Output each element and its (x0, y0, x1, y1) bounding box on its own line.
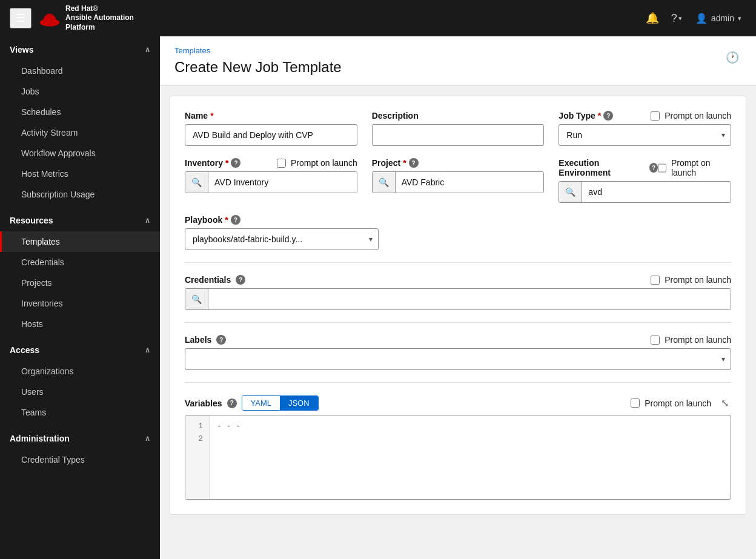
credentials-header: Credentials ? Prompt on launch (185, 275, 731, 285)
inventory-prompt-checkbox[interactable]: Prompt on launch (277, 158, 357, 168)
exec-env-help-icon[interactable]: ? (649, 163, 658, 173)
credentials-prompt-checkbox[interactable]: Prompt on launch (651, 275, 731, 285)
history-button[interactable]: 🕐 (723, 48, 741, 67)
sidebar-section-header-administration[interactable]: Administration ∧ (0, 428, 160, 449)
job-type-help-icon[interactable]: ? (603, 111, 613, 121)
labels-select-wrapper: ▾ (185, 348, 731, 370)
labels-prompt-checkbox[interactable]: Prompt on launch (651, 335, 731, 345)
sidebar-item-host-metrics[interactable]: Host Metrics (0, 164, 160, 184)
inventory-search-wrapper: 🔍 (185, 171, 357, 193)
sidebar-item-teams[interactable]: Teams (0, 402, 160, 423)
brand-product: Ansible AutomationPlatform (65, 13, 134, 32)
variables-header: Variables ? YAML JSON Prompt on launch (185, 395, 731, 411)
exec-env-prompt-input[interactable] (658, 164, 666, 173)
user-menu[interactable]: 👤 admin ▾ (691, 9, 746, 28)
sidebar-item-users[interactable]: Users (0, 382, 160, 402)
labels-row: Labels ? Prompt on launch ▾ (185, 335, 731, 370)
variables-prompt-checkbox[interactable]: Prompt on launch (631, 399, 711, 408)
job-type-required: * (598, 111, 601, 121)
sidebar-section-header-resources[interactable]: Resources ∧ (0, 210, 160, 231)
sidebar: Views ∧ Dashboard Jobs Schedules Activit… (0, 36, 160, 559)
variables-label-group: Variables ? YAML JSON (185, 395, 319, 411)
description-input[interactable] (372, 124, 545, 146)
inventory-label: Inventory * ? (185, 158, 240, 168)
sidebar-item-credentials[interactable]: Credentials (0, 252, 160, 273)
variables-prompt-input[interactable] (631, 399, 640, 408)
resources-section-label: Resources (10, 216, 53, 225)
labels-prompt-input[interactable] (651, 336, 660, 345)
form-divider-3 (185, 382, 731, 383)
sidebar-section-header-access[interactable]: Access ∧ (0, 339, 160, 361)
sidebar-item-inventories[interactable]: Inventories (0, 293, 160, 314)
credentials-help-icon[interactable]: ? (236, 275, 245, 285)
credentials-search-button[interactable]: 🔍 (185, 289, 208, 309)
sidebar-item-credential-types[interactable]: Credential Types (0, 449, 160, 470)
credentials-prompt-input[interactable] (651, 276, 660, 285)
playbook-select-wrapper: playbooks/atd-fabric-build.y... ▾ (185, 228, 379, 250)
form-group-playbook: Playbook * ? playbooks/atd-fabric-build.… (185, 215, 379, 250)
inventory-prompt-input[interactable] (277, 159, 286, 168)
job-type-prompt-checkbox[interactable]: Prompt on launch (651, 111, 731, 121)
access-section-label: Access (10, 345, 39, 355)
name-input[interactable] (185, 124, 357, 146)
project-search-wrapper: 🔍 (372, 171, 545, 193)
redhat-icon (39, 7, 61, 29)
job-type-select[interactable]: Run Check (559, 124, 731, 146)
exec-env-prompt-checkbox[interactable]: Prompt on launch (658, 158, 731, 177)
form-divider-1 (185, 262, 731, 263)
playbook-help-icon[interactable]: ? (231, 215, 240, 225)
code-content[interactable]: - - - (210, 415, 731, 499)
resources-chevron-icon: ∧ (145, 216, 150, 225)
project-search-button[interactable]: 🔍 (373, 172, 396, 193)
project-input[interactable] (396, 172, 544, 193)
sidebar-section-administration: Administration ∧ Credential Types (0, 425, 160, 472)
inventory-help-icon[interactable]: ? (231, 158, 240, 168)
views-section-label: Views (10, 45, 33, 55)
sidebar-item-jobs[interactable]: Jobs (0, 81, 160, 102)
help-button[interactable]: ? ▾ (668, 8, 686, 28)
page-title: Create New Job Template (174, 59, 342, 76)
tab-json[interactable]: JSON (280, 396, 318, 410)
sidebar-section-access: Access ∧ Organizations Users Teams (0, 337, 160, 425)
brand-logo: Red Hat® Ansible AutomationPlatform (39, 4, 134, 33)
form-group-execution-env: Execution Environment ? Prompt on launch… (559, 158, 731, 203)
variables-row: Variables ? YAML JSON Prompt on launch (185, 395, 731, 500)
sidebar-item-workflow-approvals[interactable]: Workflow Approvals (0, 143, 160, 164)
playbook-select[interactable]: playbooks/atd-fabric-build.y... (185, 228, 379, 250)
form-group-description: Description (372, 111, 545, 146)
credentials-input[interactable] (208, 289, 731, 309)
sidebar-item-projects[interactable]: Projects (0, 273, 160, 293)
sidebar-item-organizations[interactable]: Organizations (0, 361, 160, 382)
exec-env-search-button[interactable]: 🔍 (559, 182, 582, 202)
labels-select[interactable] (185, 348, 731, 370)
variables-expand-button[interactable]: ⤡ (718, 395, 731, 411)
page-header-left: Templates Create New Job Template (174, 46, 342, 76)
inventory-required: * (225, 158, 228, 168)
labels-help-icon[interactable]: ? (216, 335, 226, 345)
sidebar-item-subscription-usage[interactable]: Subscription Usage (0, 184, 160, 205)
inventory-input[interactable] (208, 172, 357, 193)
notifications-button[interactable]: 🔔 (642, 8, 663, 28)
sidebar-item-templates[interactable]: Templates (0, 231, 160, 252)
variables-help-icon[interactable]: ? (227, 399, 237, 408)
job-type-prompt-input[interactable] (651, 111, 660, 121)
sidebar-section-header-views[interactable]: Views ∧ (0, 39, 160, 61)
exec-env-input[interactable] (582, 182, 731, 202)
hamburger-button[interactable]: ☰ (10, 8, 31, 28)
tab-yaml[interactable]: YAML (242, 396, 280, 410)
form-group-inventory: Inventory * ? Prompt on launch 🔍 (185, 158, 357, 193)
sidebar-item-hosts[interactable]: Hosts (0, 314, 160, 334)
project-help-icon[interactable]: ? (409, 158, 419, 168)
svg-point-1 (44, 16, 55, 21)
topnav-right: 🔔 ? ▾ 👤 admin ▾ (642, 8, 746, 28)
sidebar-item-schedules[interactable]: Schedules (0, 102, 160, 122)
sidebar-item-activity-stream[interactable]: Activity Stream (0, 122, 160, 143)
inventory-search-button[interactable]: 🔍 (185, 172, 208, 193)
sidebar-item-dashboard[interactable]: Dashboard (0, 61, 160, 81)
project-search-icon: 🔍 (379, 177, 389, 187)
credentials-row: Credentials ? Prompt on launch 🔍 (185, 275, 731, 310)
job-type-label: Job Type * ? (559, 111, 613, 121)
breadcrumb[interactable]: Templates (174, 46, 342, 55)
exec-env-search-wrapper: 🔍 (559, 181, 731, 203)
line-number-1: 1 (191, 420, 203, 433)
